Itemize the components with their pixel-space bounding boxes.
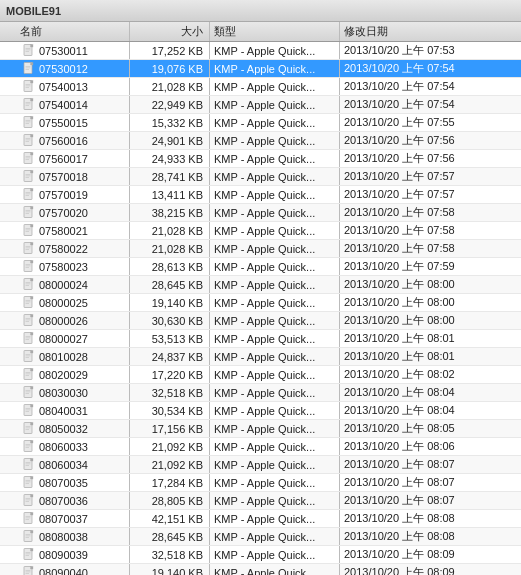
table-row[interactable]: 08020029 17,220 KB KMP - Apple Quick... … <box>0 366 521 384</box>
table-row[interactable]: 07560016 24,901 KB KMP - Apple Quick... … <box>0 132 521 150</box>
table-row[interactable]: 07550015 15,332 KB KMP - Apple Quick... … <box>0 114 521 132</box>
file-name-cell: 08090039 <box>0 546 130 563</box>
table-row[interactable]: 07570020 38,215 KB KMP - Apple Quick... … <box>0 204 521 222</box>
table-row[interactable]: 08000025 19,140 KB KMP - Apple Quick... … <box>0 294 521 312</box>
table-row[interactable]: 07540013 21,028 KB KMP - Apple Quick... … <box>0 78 521 96</box>
table-row[interactable]: 08060034 21,092 KB KMP - Apple Quick... … <box>0 456 521 474</box>
file-type-cell: KMP - Apple Quick... <box>210 186 340 203</box>
column-header-date[interactable]: 修改日期 <box>340 22 521 41</box>
table-row[interactable]: 08000024 28,645 KB KMP - Apple Quick... … <box>0 276 521 294</box>
file-icon <box>22 386 36 400</box>
file-type-cell: KMP - Apple Quick... <box>210 132 340 149</box>
svg-rect-68 <box>25 284 30 285</box>
svg-rect-41 <box>30 189 33 192</box>
table-row[interactable]: 08000027 53,513 KB KMP - Apple Quick... … <box>0 330 521 348</box>
table-row[interactable]: 08090040 19,140 KB KMP - Apple Quick... … <box>0 564 521 575</box>
table-row[interactable]: 07570018 28,741 KB KMP - Apple Quick... … <box>0 168 521 186</box>
column-header-size[interactable]: 大小 <box>130 22 210 41</box>
file-icon <box>22 368 36 382</box>
svg-rect-121 <box>30 477 33 480</box>
table-row[interactable]: 08050032 17,156 KB KMP - Apple Quick... … <box>0 420 521 438</box>
svg-rect-72 <box>25 300 30 301</box>
svg-rect-69 <box>25 285 29 286</box>
file-date-cell: 2013/10/20 上午 08:00 <box>340 312 521 329</box>
svg-rect-117 <box>25 462 30 463</box>
svg-rect-56 <box>30 243 33 246</box>
column-header-type[interactable]: 類型 <box>210 22 340 41</box>
svg-rect-18 <box>25 104 30 105</box>
table-row[interactable]: 07580023 28,613 KB KMP - Apple Quick... … <box>0 258 521 276</box>
file-size-cell: 17,156 KB <box>130 420 210 437</box>
file-date-cell: 2013/10/20 上午 08:09 <box>340 546 521 563</box>
svg-rect-102 <box>25 408 30 409</box>
file-name-text: 08060033 <box>39 441 88 453</box>
table-row[interactable]: 07570019 13,411 KB KMP - Apple Quick... … <box>0 186 521 204</box>
file-icon <box>22 170 36 184</box>
svg-rect-93 <box>25 374 30 375</box>
file-icon <box>22 134 36 148</box>
file-name-text: 08010028 <box>39 351 88 363</box>
svg-rect-34 <box>25 159 29 160</box>
table-row[interactable]: 07580022 21,028 KB KMP - Apple Quick... … <box>0 240 521 258</box>
table-row[interactable]: 08080038 28,645 KB KMP - Apple Quick... … <box>0 528 521 546</box>
table-row[interactable]: 08090039 32,518 KB KMP - Apple Quick... … <box>0 546 521 564</box>
table-row[interactable]: 08070036 28,805 KB KMP - Apple Quick... … <box>0 492 521 510</box>
svg-rect-124 <box>25 483 29 484</box>
file-size-cell: 42,151 KB <box>130 510 210 527</box>
table-row[interactable]: 08070035 17,284 KB KMP - Apple Quick... … <box>0 474 521 492</box>
file-date-cell: 2013/10/20 上午 07:59 <box>340 258 521 275</box>
table-row[interactable]: 08070037 42,151 KB KMP - Apple Quick... … <box>0 510 521 528</box>
file-size-cell: 32,518 KB <box>130 546 210 563</box>
file-size-cell: 17,284 KB <box>130 474 210 491</box>
file-date-cell: 2013/10/20 上午 07:58 <box>340 204 521 221</box>
svg-rect-19 <box>25 105 29 106</box>
svg-rect-149 <box>25 573 29 574</box>
file-type-cell: KMP - Apple Quick... <box>210 564 340 575</box>
svg-rect-126 <box>30 495 33 498</box>
svg-rect-16 <box>30 99 33 102</box>
file-name-text: 07540013 <box>39 81 88 93</box>
table-row[interactable]: 07530012 19,076 KB KMP - Apple Quick... … <box>0 60 521 78</box>
svg-rect-38 <box>25 176 30 177</box>
file-date-cell: 2013/10/20 上午 08:01 <box>340 330 521 347</box>
column-header-name[interactable]: 名前 <box>0 22 130 41</box>
file-icon <box>22 296 36 310</box>
file-type-cell: KMP - Apple Quick... <box>210 528 340 545</box>
table-row[interactable]: 08040031 30,534 KB KMP - Apple Quick... … <box>0 402 521 420</box>
svg-rect-64 <box>25 267 29 268</box>
file-date-cell: 2013/10/20 上午 08:05 <box>340 420 521 437</box>
file-name-cell: 07580021 <box>0 222 130 239</box>
file-icon <box>22 494 36 508</box>
svg-rect-86 <box>30 351 33 354</box>
svg-rect-98 <box>25 392 30 393</box>
file-name-cell: 08070036 <box>0 492 130 509</box>
table-row[interactable]: 07560017 24,933 KB KMP - Apple Quick... … <box>0 150 521 168</box>
file-name-text: 08070035 <box>39 477 88 489</box>
svg-rect-87 <box>25 354 30 355</box>
file-size-cell: 28,741 KB <box>130 168 210 185</box>
table-row[interactable]: 07530011 17,252 KB KMP - Apple Quick... … <box>0 42 521 60</box>
svg-rect-78 <box>25 320 30 321</box>
file-icon <box>22 278 36 292</box>
svg-rect-109 <box>25 429 29 430</box>
table-row[interactable]: 08000026 30,630 KB KMP - Apple Quick... … <box>0 312 521 330</box>
svg-rect-101 <box>30 405 33 408</box>
table-row[interactable]: 08030030 32,518 KB KMP - Apple Quick... … <box>0 384 521 402</box>
svg-rect-139 <box>25 537 29 538</box>
table-row[interactable]: 07580021 21,028 KB KMP - Apple Quick... … <box>0 222 521 240</box>
table-row[interactable]: 08010028 24,837 KB KMP - Apple Quick... … <box>0 348 521 366</box>
svg-rect-29 <box>25 141 29 142</box>
svg-rect-134 <box>25 519 29 520</box>
svg-rect-51 <box>30 225 33 228</box>
file-name-text: 07540014 <box>39 99 88 111</box>
svg-rect-127 <box>25 498 30 499</box>
table-row[interactable]: 07540014 22,949 KB KMP - Apple Quick... … <box>0 96 521 114</box>
file-size-cell: 28,645 KB <box>130 528 210 545</box>
file-name-text: 08030030 <box>39 387 88 399</box>
table-row[interactable]: 08060033 21,092 KB KMP - Apple Quick... … <box>0 438 521 456</box>
svg-rect-7 <box>25 66 30 67</box>
file-icon <box>22 530 36 544</box>
file-name-cell: 08060033 <box>0 438 130 455</box>
file-icon <box>22 350 36 364</box>
file-name-cell: 08000025 <box>0 294 130 311</box>
